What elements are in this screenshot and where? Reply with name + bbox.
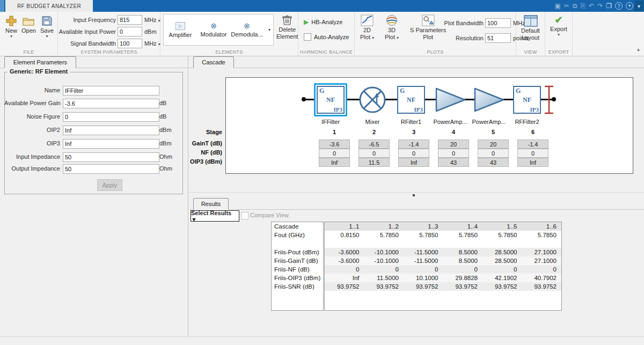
dropdown-arrow-icon: ▾: [397, 35, 399, 40]
input-impedance-label: Input Impedance: [4, 152, 60, 162]
amplifier-triangle-icon: [435, 87, 467, 113]
cut-icon[interactable]: ✂: [564, 0, 569, 12]
available-power-gain-field[interactable]: [63, 99, 159, 108]
noise-figure-field[interactable]: [63, 112, 159, 122]
plot-bandwidth-field[interactable]: [485, 18, 511, 28]
oip3-unit: dBm: [159, 138, 172, 148]
tab-element-parameters[interactable]: Element Parameters: [4, 56, 76, 68]
nf-value-row: 0 0 0 0 0 0: [319, 149, 548, 158]
available-power-gain-unit: dB: [159, 98, 166, 108]
output-impedance-label: Output Impedance: [4, 164, 60, 173]
paste-icon[interactable]: ⎘: [581, 0, 586, 12]
checkbox-icon: [304, 33, 311, 41]
noise-figure-unit: dB: [159, 112, 166, 121]
gallery-item-modulator[interactable]: ⊗ Modulator: [197, 14, 230, 45]
cascade-element-rfilter1[interactable]: G NF IP3: [397, 86, 425, 114]
cascade-element-iffilter[interactable]: G NF IP3: [314, 83, 347, 116]
cascade-element-poweramp2[interactable]: [473, 87, 506, 114]
new-button[interactable]: New ▾: [5, 15, 17, 38]
cascade-element-poweramp1[interactable]: [435, 87, 467, 114]
amplifier-triangle-icon: [473, 87, 506, 113]
window-layout-icon[interactable]: ❐: [606, 0, 612, 12]
results-row-blank: [325, 239, 561, 248]
resolution-field[interactable]: [485, 33, 511, 43]
signal-bandwidth-unit[interactable]: MHz ▾: [144, 40, 160, 47]
3d-plot-icon: [385, 14, 398, 26]
input-frequency-unit[interactable]: MHz ▾: [144, 17, 160, 23]
delete-element-button[interactable]: Delete Element: [276, 15, 298, 40]
apply-button[interactable]: Apply: [97, 179, 122, 191]
panel-splitter-horizontal[interactable]: [189, 192, 644, 193]
nf-glyph: NF: [523, 96, 531, 104]
results-data-grid[interactable]: 1..1 1..2 1..3 1..4 1..5 1..6 0.8150 5.7…: [324, 222, 562, 311]
nf-glyph: NF: [407, 96, 415, 104]
save-icon[interactable]: ▣: [555, 0, 561, 12]
3d-plot-button[interactable]: 3D Plot ▾: [385, 14, 399, 40]
dropdown-arrow-icon: ▾: [10, 34, 12, 38]
auto-analyze-checkbox[interactable]: Auto-Analyze: [304, 33, 349, 41]
hb-analyze-button[interactable]: ▶ HB-Analyze: [304, 18, 342, 26]
splitter-grip[interactable]: [413, 194, 415, 196]
collapse-ribbon-icon[interactable]: ▴: [637, 46, 640, 52]
2d-plot-button[interactable]: 2D Plot ▾: [360, 14, 374, 40]
input-impedance-field[interactable]: [63, 152, 159, 162]
tab-rf-budget-analyzer[interactable]: RF BUDGET ANALYZER: [5, 0, 93, 12]
help-icon[interactable]: ?: [615, 2, 623, 10]
tab-results[interactable]: Results: [193, 198, 229, 210]
available-input-power-label: Available Input Power: [58, 28, 116, 35]
ribbon-section-export: ✔ Export ▾ EXPORT: [545, 12, 573, 56]
results-row-friis-gaint: -3.6000 -10.1000 -11.5000 8.5000 28.5000…: [325, 256, 561, 265]
panel-splitter-vertical[interactable]: [188, 56, 188, 336]
output-impedance-field[interactable]: [63, 164, 159, 174]
oip2-label: OIP2: [4, 125, 60, 135]
noise-figure-label: Noise Figure: [4, 112, 60, 121]
cascade-element-rffilter2[interactable]: G NF IP3: [513, 86, 541, 114]
ribbon-filler: [573, 12, 644, 56]
oip2-field[interactable]: [63, 126, 159, 135]
ribbon-section-harmonic-balance: ▶ HB-Analyze Auto-Analyze HARMONIC BALAN…: [298, 12, 355, 56]
gaint-row-label: GainT (dB): [189, 140, 222, 146]
ribbon-section-view: Default Layout VIEW: [516, 12, 545, 56]
gain-glyph: G: [319, 87, 324, 95]
oip3-row-label: OIP3 (dBm): [189, 158, 222, 165]
results-row-friis-snr: 93.9752 93.9752 93.9752 93.9752 93.9752 …: [325, 282, 561, 291]
results-row-friis-nf: 0 0 0 0 0 0: [325, 265, 561, 274]
results-row-friis-pout: -3.6000 -10.1000 -11.5000 8.5000 28.5000…: [325, 248, 561, 256]
ip3-glyph: IP3: [334, 106, 343, 113]
cascade-element-mixer[interactable]: [358, 86, 386, 115]
name-field[interactable]: [63, 86, 159, 96]
tab-cascade[interactable]: Cascade: [193, 56, 234, 68]
open-button[interactable]: Open: [21, 15, 36, 38]
oip3-field[interactable]: [63, 139, 159, 149]
modulator-icon: ⊗: [210, 23, 217, 30]
input-frequency-field[interactable]: [118, 15, 142, 25]
dropdown-arrow-icon: ▾: [558, 33, 560, 36]
select-results-button[interactable]: Select Results ▼: [191, 210, 239, 222]
new-icon: [5, 15, 17, 27]
default-layout-button[interactable]: Default Layout: [516, 12, 545, 41]
gallery-item-demodulator[interactable]: ⊗ Demodula...: [230, 14, 264, 45]
toolbar-more-icon[interactable]: ▾: [626, 2, 633, 10]
copy-icon[interactable]: ⧉: [573, 0, 577, 12]
output-impedance-unit: Ohm: [159, 164, 172, 173]
redo-icon[interactable]: ↷: [597, 0, 603, 12]
available-input-power-field[interactable]: [118, 27, 142, 36]
undo-icon[interactable]: ↶: [589, 0, 594, 12]
export-button[interactable]: ✔ Export ▾: [545, 12, 572, 36]
groupbox-title: Generic: RF Element: [8, 68, 70, 75]
nf-row-label: NF (dB): [189, 149, 222, 156]
ip3-glyph: IP3: [414, 106, 423, 113]
save-button[interactable]: Save ▾: [40, 15, 54, 38]
signal-bandwidth-field[interactable]: [118, 39, 142, 48]
compare-view-checkbox[interactable]: [241, 212, 248, 219]
results-row-fout: 0.8150 5.7850 5.7850 5.7850 5.7850 5.785…: [325, 231, 561, 239]
element-gallery: ▷ Amplifier ⊗ Modulator ⊗ Demodula...: [163, 14, 266, 46]
element-label-iffilter: IFFilter: [310, 119, 352, 125]
titlebar-dropdown-icon[interactable]: ▾: [634, 1, 643, 11]
gallery-dropdown-button[interactable]: ▾: [266, 14, 274, 46]
gallery-item-amplifier[interactable]: ▷ Amplifier: [164, 14, 197, 45]
input-frequency-label: Input Frequency: [58, 17, 116, 23]
results-row-label: Friis-OIP3 (dBm): [272, 274, 323, 282]
available-power-gain-label: Available Power Gain: [4, 98, 60, 108]
input-impedance-unit: Ohm: [159, 152, 172, 162]
